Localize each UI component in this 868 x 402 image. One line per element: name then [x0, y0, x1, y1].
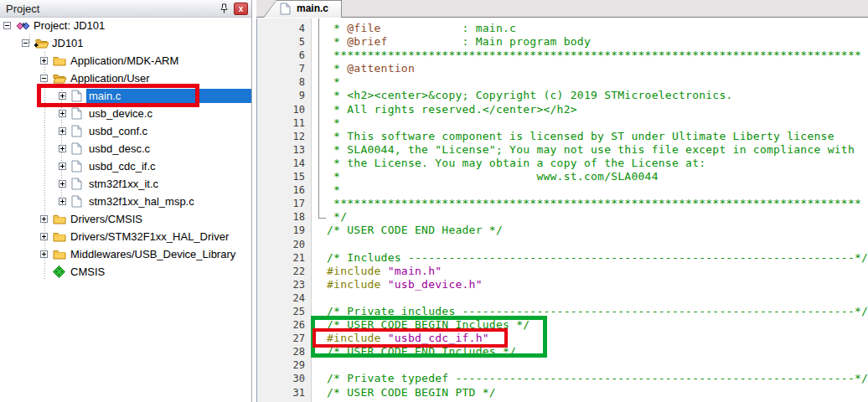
file-icon: [71, 195, 86, 209]
code-line: #include "usbd_cdc_if.h": [327, 332, 868, 345]
collapse-icon[interactable]: [40, 75, 48, 82]
target-icon: [16, 19, 31, 33]
code-line: /* Includes ----------------------------…: [327, 251, 868, 265]
line-number: 18: [257, 210, 311, 224]
tree-item-label: stm32f1xx_it.c: [86, 177, 161, 191]
editor-tab-bar: main.c: [256, 0, 868, 18]
line-number: 30: [257, 372, 311, 385]
expand-icon[interactable]: [59, 180, 66, 188]
expand-icon[interactable]: [40, 233, 48, 240]
tree-item-label: Middlewares/USB_Device_Library: [68, 247, 238, 261]
line-number: 31: [257, 386, 311, 399]
code-line: /* Private includes --------------------…: [327, 305, 868, 318]
code-segment: /* Private includes --------------------…: [327, 305, 868, 317]
line-number: 9: [257, 89, 311, 102]
tree-item-drivers-stm32f1xx-hal-driver[interactable]: Drivers/STM32F1xx_HAL_Driver: [0, 228, 251, 245]
line-number: 5: [257, 35, 311, 49]
code-segment: /* USER CODE BEGIN Includes */: [327, 318, 530, 331]
folder-icon: [53, 248, 68, 261]
editor-area: main.c 456789101112131415161718192021222…: [256, 0, 868, 402]
code-line: *: [327, 75, 868, 89]
code-line: ****************************************…: [327, 197, 868, 210]
code-segment: @file: [347, 22, 380, 34]
file-icon: [71, 90, 86, 103]
code-segment: * <h2><center>&copy; Copyright (c) 2019 …: [327, 89, 733, 101]
code-segment: * SLA0044, the "License"; You may not us…: [327, 143, 855, 156]
code-segment: * This software component is licensed by…: [327, 130, 834, 142]
line-number: 19: [257, 224, 311, 237]
code-fold-bracket[interactable]: [318, 18, 326, 219]
tree-item-label: usbd_conf.c: [86, 124, 150, 138]
code-segment: * the License. You may obtain a copy of …: [327, 157, 705, 169]
tree-item-application-mdk-arm[interactable]: Application/MDK-ARM: [0, 52, 251, 70]
code-line: * www.st.com/SLA0044: [327, 170, 868, 183]
expand-icon[interactable]: [40, 57, 48, 64]
line-number: 21: [257, 251, 311, 265]
project-panel-title: Project: [6, 3, 217, 15]
tree-item-application-user[interactable]: Application/User: [0, 70, 251, 87]
tree-item-middlewares-usb-device-library[interactable]: Middlewares/USB_Device_Library: [0, 245, 251, 263]
expand-icon[interactable]: [59, 145, 66, 152]
collapse-icon[interactable]: [3, 22, 11, 29]
tree-item-usbd-cdc-if-c[interactable]: usbd_cdc_if.c: [0, 157, 251, 175]
tree-item-main-c[interactable]: main.c: [0, 87, 251, 105]
tree-item-stm32f1xx-it-c[interactable]: stm32f1xx_it.c: [0, 175, 251, 193]
expand-icon[interactable]: [40, 250, 48, 258]
code-line: /* USER CODE END Includes */: [327, 345, 868, 358]
collapse-icon[interactable]: [22, 39, 29, 47]
tree-item-cmsis[interactable]: CMSIS: [0, 263, 251, 281]
folder-icon: [53, 230, 68, 244]
tree-item-usbd-desc-c[interactable]: usbd_desc.c: [0, 140, 251, 157]
code-segment: /* Includes ----------------------------…: [327, 251, 868, 264]
tree-item-label: Project: JD101: [31, 18, 107, 33]
line-number: 16: [257, 183, 311, 197]
line-number: 10: [257, 103, 311, 116]
project-panel-titlebar: Project x: [0, 0, 251, 18]
code-segment: *: [327, 75, 340, 88]
code-segment: /* Private typedef ---------------------…: [327, 372, 868, 384]
tab-main-c[interactable]: main.c: [263, 0, 342, 18]
code-line: * @attention: [327, 62, 868, 75]
code-line: ****************************************…: [327, 49, 868, 62]
tree-item-stm32f1xx-hal-msp-c[interactable]: stm32f1xx_hal_msp.c: [0, 193, 251, 210]
code-line: /* USER CODE BEGIN Includes */: [327, 318, 868, 332]
code-line: [327, 358, 868, 372]
code-line: * the License. You may obtain a copy of …: [327, 157, 868, 170]
tree-item-label: stm32f1xx_hal_msp.c: [86, 194, 197, 209]
tree-item-usbd-conf-c[interactable]: usbd_conf.c: [0, 122, 251, 140]
line-number: 12: [257, 130, 311, 143]
line-number: 7: [257, 62, 311, 75]
expand-icon[interactable]: [59, 92, 66, 100]
code-segment: /* USER CODE BEGIN PTD */: [327, 386, 496, 399]
tree-item-jd101[interactable]: JD101: [0, 34, 251, 52]
line-number: 17: [257, 197, 311, 210]
code-line: */: [327, 210, 868, 224]
pin-icon[interactable]: [217, 2, 230, 15]
code-editor[interactable]: 4567891011121314151617181920212223242526…: [256, 18, 868, 402]
code-line: *: [327, 183, 868, 197]
line-number: 13: [257, 143, 311, 157]
expand-icon[interactable]: [59, 127, 66, 135]
tree-item-label: Application/User: [68, 71, 152, 85]
code-line: #include "usb_device.h": [327, 278, 868, 291]
tree-item-drivers-cmsis[interactable]: Drivers/CMSIS: [0, 210, 251, 228]
code-line: * <h2><center>&copy; Copyright (c) 2019 …: [327, 89, 868, 102]
code-segment: : main.c: [381, 22, 517, 34]
keil-uvision-window: Project x Project: JD101JD101Application…: [0, 0, 868, 402]
code-segment: [381, 332, 388, 344]
line-number: 24: [257, 291, 311, 305]
code-segment: "main.h": [388, 265, 442, 277]
expand-icon[interactable]: [59, 162, 66, 170]
line-number: 32: [257, 399, 311, 402]
tree-item-usb-device-c[interactable]: usb_device.c: [0, 105, 251, 122]
close-icon[interactable]: x: [234, 3, 248, 15]
code-line: #include "main.h": [327, 265, 868, 278]
expand-icon[interactable]: [59, 110, 66, 117]
code-segment: "usbd_cdc_if.h": [388, 332, 489, 344]
expand-icon[interactable]: [59, 198, 66, 205]
code-segment: /* USER CODE END Header */: [327, 224, 503, 236]
code-segment: *: [327, 116, 340, 129]
expand-icon[interactable]: [40, 215, 48, 223]
code-segment: ****************************************…: [327, 49, 861, 61]
tree-item-project-jd101[interactable]: Project: JD101: [0, 17, 251, 34]
